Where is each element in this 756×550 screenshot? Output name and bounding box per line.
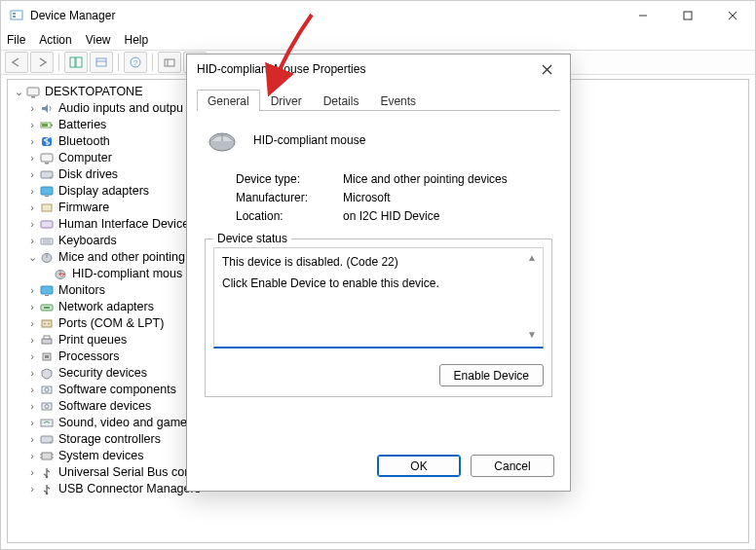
tab-events[interactable]: Events xyxy=(369,90,427,111)
expander-icon[interactable]: › xyxy=(25,448,39,464)
value-device-type: Mice and other pointing devices xyxy=(343,172,552,186)
tab-details[interactable]: Details xyxy=(313,90,370,111)
mouse-icon xyxy=(205,126,240,155)
computer-icon xyxy=(25,86,41,98)
svg-rect-29 xyxy=(41,221,53,228)
expander-icon[interactable]: › xyxy=(25,348,39,365)
tab-general[interactable]: General xyxy=(197,90,260,111)
expander-icon[interactable]: › xyxy=(25,464,39,481)
tool-properties-button[interactable] xyxy=(90,52,113,73)
value-location: on I2C HID Device xyxy=(343,209,552,223)
maximize-button[interactable] xyxy=(665,1,710,30)
expander-icon[interactable]: › xyxy=(25,166,39,183)
svg-point-43 xyxy=(48,323,50,325)
tree-node-label: Firmware xyxy=(58,200,109,216)
tool-scan-button[interactable] xyxy=(158,52,181,73)
close-button[interactable] xyxy=(710,1,755,30)
expander-icon[interactable]: › xyxy=(25,150,39,166)
tree-node-label: Network adapters xyxy=(58,299,154,315)
expander-icon[interactable]: › xyxy=(25,315,39,332)
svg-rect-7 xyxy=(70,57,75,67)
hid-icon xyxy=(39,218,55,231)
tree-node-label: Audio inputs and outpu xyxy=(58,100,183,117)
tree-node-label: Print queues xyxy=(58,332,127,348)
tree-node-label: Disk drives xyxy=(58,166,118,183)
menu-help[interactable]: Help xyxy=(125,33,149,47)
dialog-tabs: General Driver Details Events xyxy=(187,84,570,111)
kb-icon xyxy=(39,235,55,247)
tree-node-label: System devices xyxy=(58,448,144,464)
fw-icon xyxy=(39,202,55,214)
svg-rect-52 xyxy=(41,420,53,426)
tool-help-button[interactable]: ? xyxy=(124,52,147,73)
tree-node-label: Ports (COM & LPT) xyxy=(58,315,164,332)
window-titlebar[interactable]: Device Manager xyxy=(1,1,755,30)
menu-action[interactable]: Action xyxy=(39,33,71,47)
svg-rect-37 xyxy=(41,286,53,294)
sw-icon xyxy=(39,400,55,413)
tree-node-label: Universal Serial Bus cont xyxy=(58,464,195,481)
app-icon xyxy=(9,8,24,23)
usb-icon xyxy=(39,466,55,479)
tree-node-label: Keyboards xyxy=(58,233,117,249)
tree-node-label: Software components xyxy=(58,382,176,398)
expander-icon[interactable]: › xyxy=(25,100,39,117)
enable-device-button[interactable]: Enable Device xyxy=(439,364,544,386)
tree-node-label: USB Connector Managers xyxy=(58,481,201,497)
tree-node-label: Bluetooth xyxy=(58,133,110,150)
tree-node-label: Storage controllers xyxy=(58,431,161,448)
svg-rect-30 xyxy=(41,238,53,244)
dialog-titlebar[interactable]: HID-compliant Mouse Properties xyxy=(187,55,570,84)
dialog-close-button[interactable] xyxy=(525,55,568,83)
svg-rect-16 xyxy=(27,88,39,95)
svg-rect-23 xyxy=(45,163,49,165)
sw-icon xyxy=(39,384,55,396)
properties-dialog: HID-compliant Mouse Properties General D… xyxy=(186,54,571,492)
expander-icon[interactable]: › xyxy=(25,183,39,200)
tool-show-hide-button[interactable] xyxy=(64,52,88,73)
expander-icon[interactable]: › xyxy=(25,216,39,233)
svg-rect-38 xyxy=(45,295,49,296)
ok-button[interactable]: OK xyxy=(377,455,461,477)
tree-node-label: Display adapters xyxy=(58,183,149,200)
menu-file[interactable]: File xyxy=(7,33,25,47)
svg-rect-41 xyxy=(42,320,52,327)
expander-icon[interactable]: ⌄ xyxy=(25,249,39,266)
expander-icon[interactable]: › xyxy=(25,431,39,448)
expander-icon[interactable]: › xyxy=(25,332,39,348)
tab-driver[interactable]: Driver xyxy=(260,90,313,111)
expander-icon[interactable]: › xyxy=(25,481,39,497)
tree-node-label: Monitors xyxy=(58,282,105,299)
expander-icon[interactable]: › xyxy=(25,282,39,299)
tree-node-label: Processors xyxy=(58,348,120,365)
svg-rect-2 xyxy=(13,16,16,18)
svg-rect-55 xyxy=(42,453,52,459)
expander-icon[interactable]: › xyxy=(25,415,39,431)
expander-icon[interactable]: › xyxy=(25,117,39,133)
expander-icon[interactable]: › xyxy=(25,382,39,398)
expander-icon[interactable]: › xyxy=(25,365,39,382)
usb-icon xyxy=(39,483,55,495)
tool-forward-button[interactable] xyxy=(30,52,54,73)
cancel-button[interactable]: Cancel xyxy=(471,455,554,477)
status-scrollbar[interactable]: ▲▼ xyxy=(527,250,541,343)
minimize-button[interactable] xyxy=(621,1,665,30)
shield-icon xyxy=(39,367,55,380)
svg-rect-17 xyxy=(31,96,35,98)
tool-back-button[interactable] xyxy=(5,52,28,73)
expander-icon[interactable]: › xyxy=(25,299,39,315)
svg-rect-9 xyxy=(96,58,106,66)
dialog-title: HID-compliant Mouse Properties xyxy=(197,62,365,76)
menu-view[interactable]: View xyxy=(86,33,111,47)
expander-icon[interactable]: › xyxy=(25,233,39,249)
window-title: Device Manager xyxy=(30,9,115,22)
svg-rect-4 xyxy=(684,12,692,19)
label-manufacturer: Manufacturer: xyxy=(236,191,343,204)
expander-icon[interactable]: › xyxy=(25,398,39,415)
status-line-1: This device is disabled. (Code 22) xyxy=(222,254,535,270)
expander-icon[interactable]: ⌄ xyxy=(12,84,25,100)
expander-icon[interactable]: › xyxy=(25,133,39,150)
expander-icon[interactable]: › xyxy=(25,200,39,216)
svg-rect-26 xyxy=(41,187,53,195)
mouse-warn-icon xyxy=(53,268,68,280)
